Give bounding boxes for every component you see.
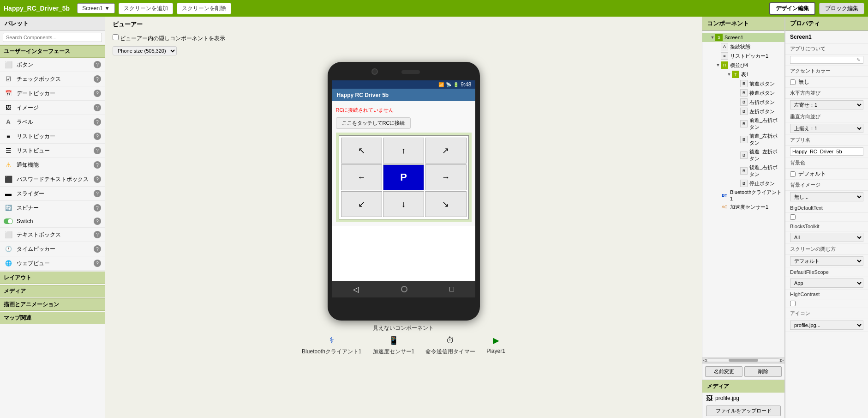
tree-item-fwd-left[interactable]: B 前進_左折ボタン <box>702 132 784 147</box>
highcontrast-checkbox[interactable] <box>790 301 796 306</box>
grid-cell-br[interactable]: ↘ <box>425 191 466 217</box>
checkbox-help[interactable]: ? <box>94 75 101 83</box>
palette-item-switch[interactable]: Switch ? <box>0 215 105 228</box>
component-scrollbar[interactable]: ◁ ▷ <box>702 357 784 363</box>
palette-section-media[interactable]: メディア <box>0 285 105 297</box>
spinner-help[interactable]: ? <box>94 204 101 212</box>
grid-cell-l[interactable]: ← <box>341 164 382 190</box>
add-screen-btn[interactable]: スクリーンを追加 <box>119 3 173 14</box>
palette-section-map[interactable]: マップ関連 <box>0 312 105 324</box>
palette-item-notifier[interactable]: ⚠ 通知機能 ? <box>0 158 105 172</box>
timepicker-help[interactable]: ? <box>94 245 101 253</box>
grid-cell-fl[interactable]: ↖ <box>341 138 382 164</box>
image-help[interactable]: ? <box>94 104 101 111</box>
grid-cell-r[interactable]: → <box>425 164 466 190</box>
palette-item-button[interactable]: ⬜ ボタン ? <box>0 58 105 72</box>
halign-select[interactable]: 左寄せ：1 <box>790 100 863 109</box>
slider-help[interactable]: ? <box>94 190 101 197</box>
grid-cell-bl[interactable]: ↙ <box>341 191 382 217</box>
tree-item-connection[interactable]: A 接続状態 <box>702 42 784 51</box>
palette-item-checkbox[interactable]: ☑ チェックボックス ? <box>0 72 105 86</box>
tree-item-right[interactable]: B 右折ボタン <box>702 97 784 107</box>
rename-btn[interactable]: 名前変更 <box>705 366 742 377</box>
listpicker-help[interactable]: ? <box>94 133 101 140</box>
upload-btn[interactable]: ファイルをアップロード <box>706 406 781 416</box>
tree-item-accel[interactable]: AC 加速度センサー1 <box>702 202 784 212</box>
textbox-help[interactable]: ? <box>94 231 101 238</box>
passwordbox-help[interactable]: ? <box>94 176 101 183</box>
switch-help[interactable]: ? <box>94 218 101 225</box>
grid-cell-f[interactable]: ↑ <box>383 138 424 164</box>
screenclose-select[interactable]: デフォルト <box>790 256 863 266</box>
button-help[interactable]: ? <box>94 61 101 68</box>
tree-item-stop[interactable]: B 停止ボタン <box>702 179 784 188</box>
palette-item-textbox[interactable]: ⬜ テキストボックス ? <box>0 228 105 242</box>
notifier-help[interactable]: ? <box>94 161 101 169</box>
tree-item-table1[interactable]: ▼ T 表1 <box>702 70 784 79</box>
label-help[interactable]: ? <box>94 118 101 126</box>
design-edit-btn[interactable]: デザイン編集 <box>769 2 815 15</box>
palette-item-datepicker[interactable]: 📅 デートピッカー ? <box>0 86 105 101</box>
nav-back-btn[interactable]: ◁ <box>353 285 359 294</box>
tree-item-screen1[interactable]: ▼ S Screen1 <box>702 33 784 42</box>
palette-item-listview[interactable]: ☰ リストビュー ? <box>0 144 105 158</box>
tree-item-forward[interactable]: B 前進ボタン <box>702 79 784 88</box>
tree-item-bwd-right[interactable]: B 後進_右折ボタン <box>702 163 784 179</box>
search-input[interactable] <box>3 33 102 42</box>
grid-cell-b[interactable]: ↓ <box>383 191 424 217</box>
tree-item-fwd-right[interactable]: B 前進_右折ボタン <box>702 116 784 132</box>
listview-help[interactable]: ? <box>94 147 101 154</box>
blockstoolkit-select[interactable]: All <box>790 233 863 242</box>
palette-item-slider[interactable]: ▬ スライダー ? <box>0 187 105 201</box>
webview-help[interactable]: ? <box>94 260 101 267</box>
scroll-left-arrow[interactable]: ◁ <box>703 358 706 363</box>
prop-about-box[interactable]: ✎ <box>790 56 863 64</box>
phone-connect-btn[interactable]: ここをタッチしてRCに接続 <box>336 117 411 129</box>
tree-item-horiz4[interactable]: ▼ H 横並び4 <box>702 61 784 70</box>
bgimage-select[interactable]: 無し... <box>790 192 863 201</box>
palette-item-timepicker[interactable]: 🕐 タイムピッカー ? <box>0 242 105 256</box>
palette-item-image[interactable]: 🖼 イメージ ? <box>0 101 105 115</box>
prop-highcontrast-label: HighContrast <box>785 290 868 299</box>
tree-item-backward[interactable]: B 後進ボタン <box>702 88 784 97</box>
screen-select-btn[interactable]: Screen1 ▼ <box>77 3 115 13</box>
size-select[interactable]: Phone size (505,320) <box>113 46 177 55</box>
palette-item-listpicker[interactable]: ≡ リストピッカー ? <box>0 129 105 144</box>
phone-grid: ↖ ↑ ↗ ← P → ↙ ↓ ↘ <box>339 135 469 219</box>
block-edit-btn[interactable]: ブロック編集 <box>819 3 864 14</box>
tree-item-listpicker1[interactable]: ≡ リストピッカー1 <box>702 51 784 61</box>
show-hidden-checkbox[interactable] <box>113 34 119 40</box>
tree-item-bwd-left[interactable]: B 後進_左折ボタン <box>702 147 784 163</box>
tree-toggle-table1[interactable]: ▼ <box>726 72 732 77</box>
grid-cell-fr[interactable]: ↗ <box>425 138 466 164</box>
grid-cell-p[interactable]: P <box>383 164 424 190</box>
slider-label: スライダー <box>17 190 94 198</box>
delete-btn[interactable]: 削除 <box>744 366 782 377</box>
palette-item-passwordbox[interactable]: ⬛ パスワードテキストボックス ? <box>0 172 105 187</box>
bgcolor-checkbox[interactable] <box>790 171 796 177</box>
nav-recent-btn[interactable]: □ <box>449 285 454 293</box>
scroll-right-arrow[interactable]: ▷ <box>780 358 784 363</box>
tree-label-backward: 後進ボタン <box>749 90 783 97</box>
datepicker-help[interactable]: ? <box>94 90 101 97</box>
tree-item-bluetooth[interactable]: BT Bluetoothクライアント1 <box>702 188 784 202</box>
passwordbox-label: パスワードテキストボックス <box>17 176 94 183</box>
accent-checkbox[interactable] <box>790 79 796 85</box>
tree-toggle-horiz4[interactable]: ▼ <box>715 63 721 67</box>
appname-input[interactable] <box>790 147 863 156</box>
prop-about-input-row: ✎ <box>785 55 868 66</box>
valign-select[interactable]: 上揃え：1 <box>790 124 863 133</box>
palette-section-layout[interactable]: レイアウト <box>0 272 105 284</box>
nav-home-btn[interactable] <box>401 286 407 292</box>
palette-section-drawing[interactable]: 描画とアニメーション <box>0 298 105 311</box>
textbox-icon: ⬜ <box>4 230 13 239</box>
tree-item-left[interactable]: B 左折ボタン <box>702 107 784 116</box>
tree-toggle-screen1[interactable]: ▼ <box>710 35 715 40</box>
filescope-select[interactable]: App <box>790 279 863 288</box>
palette-item-spinner[interactable]: 🔄 スピナー ? <box>0 201 105 215</box>
icon-select[interactable]: profile.jpg... <box>790 321 863 330</box>
palette-item-label[interactable]: A ラベル ? <box>0 115 105 129</box>
remove-screen-btn[interactable]: スクリーンを削除 <box>177 3 231 14</box>
bigtext-checkbox[interactable] <box>790 214 796 220</box>
palette-item-webview[interactable]: 🌐 ウェブビュー ? <box>0 256 105 271</box>
